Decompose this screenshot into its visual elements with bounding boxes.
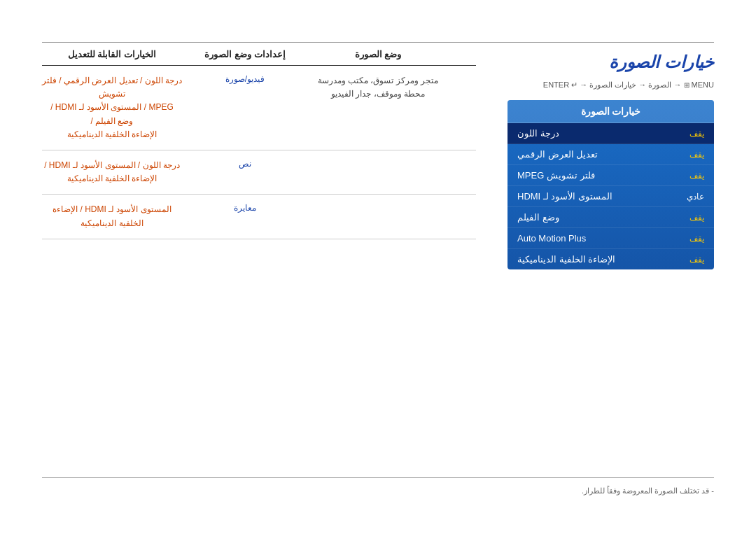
menu-item-color-tone[interactable]: درجة اللون يقف	[507, 123, 714, 144]
table-row: درجة اللون / المستوى الأسود لـ HDMI / ال…	[42, 150, 476, 195]
menu-item-film-mode[interactable]: وضع الفيلم يقف	[507, 207, 714, 228]
menu-item-dynamic-backlight[interactable]: الإضاءة الخلفية الديناميكية يقف	[507, 249, 714, 269]
table-row: المستوى الأسود لـ HDMI / الإضاءة الخلفية…	[42, 195, 476, 239]
breadcrumb-menu: MENU	[690, 80, 714, 89]
left-panel: الخيارات القابلة للتعديل إعدادات وضع الص…	[42, 42, 476, 464]
cell-applicable-2: درجة اللون / المستوى الأسود لـ HDMI / ال…	[42, 159, 182, 185]
menu-item-label-color-tone: درجة اللون	[517, 128, 559, 139]
menu-item-hdmi-black[interactable]: المستوى الأسود لـ HDMI عادي	[507, 186, 714, 207]
menu-panel-title: خيارات الصورة	[507, 100, 714, 123]
breadcrumb: MENU ⊞ → الصورة → خيارات الصورة → ↵ ENTE…	[504, 80, 714, 90]
col-header-mode: وضع الصورة	[308, 49, 448, 59]
menu-item-value-auto-motion: يقف	[690, 234, 704, 244]
bottom-note: - قد تختلف الصورة المعروضة وفقاً للطراز.	[582, 486, 714, 496]
menu-item-label-auto-motion: Auto Motion Plus	[517, 233, 586, 244]
menu-item-digital-clean[interactable]: تعديل العرض الرقمي يقف	[507, 144, 714, 165]
table-row: درجة اللون / تعديل العرض الرقمي / فلتر ت…	[42, 66, 476, 150]
menu-item-label-mpeg-filter: فلتر تشويش MPEG	[517, 170, 595, 181]
menu-panel: خيارات الصورة درجة اللون يقف تعديل العرض…	[507, 100, 714, 269]
page-title: خيارات الصورة	[504, 42, 714, 80]
bottom-divider	[42, 477, 714, 478]
cell-applicable-3: المستوى الأسود لـ HDMI / الإضاءة الخلفية…	[42, 203, 182, 230]
menu-item-label-film-mode: وضع الفيلم	[517, 212, 559, 223]
breadcrumb-enter-icon: ↵	[571, 80, 578, 89]
breadcrumb-icon: ⊞	[684, 81, 690, 89]
cell-applicable-1: درجة اللون / تعديل العرض الرقمي / فلتر ت…	[42, 74, 182, 141]
right-panel: خيارات الصورة MENU ⊞ → الصورة → خيارات ا…	[504, 42, 714, 269]
menu-item-value-digital-clean: يقف	[690, 150, 704, 160]
breadcrumb-sep1: → الصورة → خيارات الصورة →	[578, 80, 681, 89]
page-container: الخيارات القابلة للتعديل إعدادات وضع الص…	[0, 0, 756, 534]
menu-item-label-dynamic-backlight: الإضاءة الخلفية الديناميكية	[517, 254, 615, 265]
col-header-applicable: الخيارات القابلة للتعديل	[42, 49, 182, 59]
col-header-settings: إعدادات وضع الصورة	[182, 49, 308, 59]
cell-settings-3: معايرة	[182, 203, 308, 213]
menu-item-mpeg-filter[interactable]: فلتر تشويش MPEG يقف	[507, 165, 714, 186]
cell-settings-1: فيديو/صورة	[182, 74, 308, 84]
menu-item-value-color-tone: يقف	[690, 129, 704, 139]
menu-item-label-digital-clean: تعديل العرض الرقمي	[517, 149, 598, 160]
menu-item-auto-motion[interactable]: Auto Motion Plus يقف	[507, 228, 714, 249]
menu-item-label-hdmi-black: المستوى الأسود لـ HDMI	[517, 191, 612, 202]
breadcrumb-enter: ENTER	[543, 80, 569, 89]
cell-settings-2: نص	[182, 159, 308, 169]
menu-item-value-dynamic-backlight: يقف	[690, 255, 704, 265]
menu-item-value-mpeg-filter: يقف	[690, 171, 704, 181]
table-header: الخيارات القابلة للتعديل إعدادات وضع الص…	[42, 42, 476, 66]
cell-mode-1: متجر ومركز تسوق، مكتب ومدرسةمحطة وموقف، …	[308, 74, 448, 101]
menu-item-value-film-mode: يقف	[690, 213, 704, 223]
menu-item-value-hdmi-black: عادي	[687, 192, 704, 202]
